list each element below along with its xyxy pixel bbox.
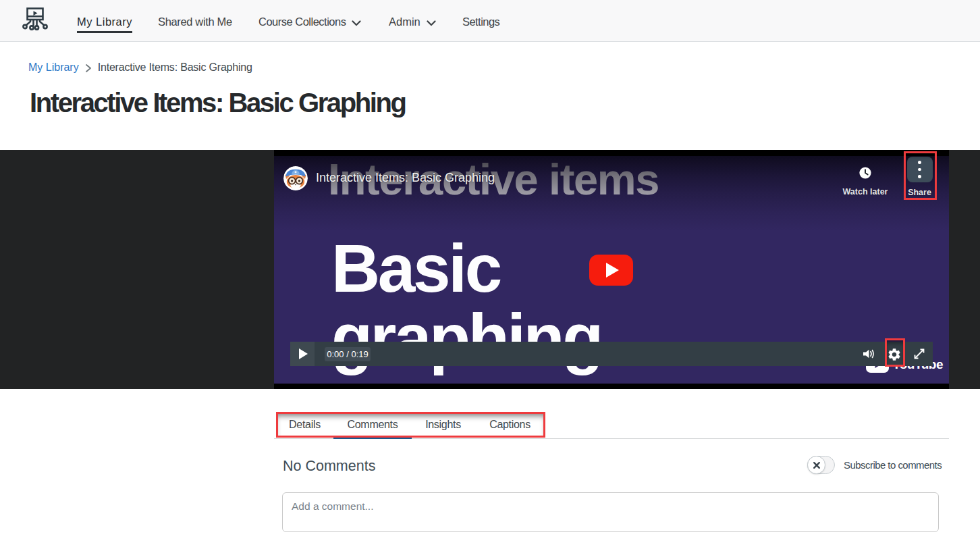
time-display: 0:00 / 0:19: [325, 347, 371, 361]
watch-later-label: Watch later: [840, 187, 891, 197]
letterbox-bottom: [274, 384, 949, 389]
breadcrumb-my-library-link[interactable]: My Library: [28, 61, 79, 74]
subscribe-toggle[interactable]: [807, 456, 835, 474]
youtube-big-play-button[interactable]: [589, 255, 633, 286]
subscribe-to-comments-label: Subscribe to comments: [844, 459, 942, 471]
video-title-overlay[interactable]: Interactive Items: Basic Graphing: [316, 171, 495, 185]
breadcrumb: My Library Interactive Items: Basic Grap…: [28, 61, 252, 73]
play-button[interactable]: [290, 342, 315, 366]
annotation-share: [904, 151, 937, 200]
comment-input[interactable]: [283, 493, 938, 531]
player-band: Interactive items Basic graphing: [0, 150, 980, 389]
page-title: Interactive Items: Basic Graphing: [30, 88, 406, 118]
nav-course-collections[interactable]: Course Collections: [258, 16, 361, 28]
volume-icon[interactable]: [862, 347, 875, 361]
media-library-logo-icon[interactable]: [22, 7, 48, 35]
clock-icon: [859, 167, 871, 179]
channel-avatar[interactable]: [283, 166, 308, 190]
chevron-right-icon: [85, 63, 92, 73]
video-slide-text-line2: Basic: [331, 234, 500, 302]
top-navigation: My Library Shared with Me Course Collect…: [0, 0, 980, 42]
play-icon: [299, 348, 308, 359]
comment-box: [282, 492, 939, 532]
no-comments-heading: No Comments: [283, 458, 375, 475]
fullscreen-icon[interactable]: [913, 347, 926, 361]
nav-my-library[interactable]: My Library: [77, 16, 132, 28]
breadcrumb-current: Interactive Items: Basic Graphing: [98, 61, 252, 74]
watch-later-button[interactable]: Watch later: [840, 167, 891, 197]
nav-admin[interactable]: Admin: [389, 16, 436, 28]
video-control-bar: 0:00 / 0:19: [290, 342, 933, 366]
chevron-down-icon: [352, 20, 361, 26]
nav-settings[interactable]: Settings: [462, 16, 499, 28]
logo-play-glyph: [34, 11, 38, 16]
annotation-gear: [885, 338, 905, 367]
letterbox-top: [274, 150, 949, 156]
nav-active-underline: [77, 31, 132, 33]
nav-shared-with-me[interactable]: Shared with Me: [158, 16, 232, 28]
annotation-tabs: [276, 412, 545, 438]
chevron-down-icon: [427, 20, 436, 26]
toggle-knob: [807, 456, 825, 474]
screen: My Library Shared with Me Course Collect…: [0, 0, 980, 547]
youtube-video-player[interactable]: Interactive items Basic graphing: [274, 150, 949, 389]
x-icon: [813, 461, 821, 469]
play-icon: [606, 263, 619, 278]
